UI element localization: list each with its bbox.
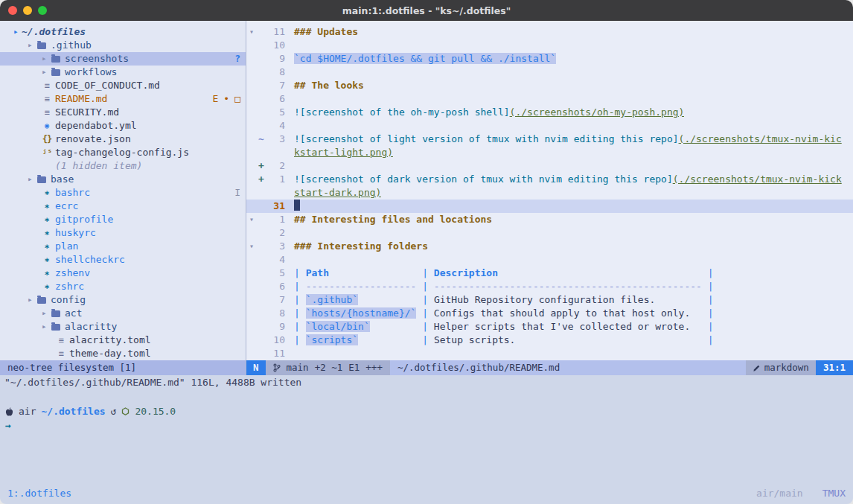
diagnostics: E1 bbox=[348, 361, 360, 374]
tree-item[interactable]: ∗zshrc bbox=[0, 280, 246, 293]
tree-item[interactable]: ≡SECURITY.md bbox=[0, 106, 246, 119]
editor-line[interactable]: +1![screenshot of dark version of tmux w… bbox=[246, 173, 853, 186]
line-number: 10 bbox=[266, 334, 285, 347]
status-badge: I bbox=[234, 186, 240, 200]
tree-item[interactable]: ∗zshenv bbox=[0, 267, 246, 280]
shell-area[interactable]: air ~/.dotfiles ↺ 20.15.0 → bbox=[0, 390, 853, 483]
editor-line[interactable]: 4 bbox=[246, 253, 853, 267]
editor-line[interactable]: 11 bbox=[246, 347, 853, 360]
tree-item[interactable]: ▸.github bbox=[0, 39, 246, 52]
tree-item[interactable]: ▸workflows bbox=[0, 66, 246, 79]
tmux-window[interactable]: 1:.dotfiles bbox=[7, 487, 71, 500]
zoom-button[interactable] bbox=[38, 6, 47, 15]
editor-line[interactable]: start-dark.png) bbox=[246, 186, 853, 200]
editor-line[interactable]: 7| `.github` | GitHub Repository configu… bbox=[246, 293, 853, 307]
line-text: `cd $HOME/.dotfiles && git pull && ./ins… bbox=[285, 52, 556, 66]
text-segment: ## Interesting files and locations bbox=[294, 214, 492, 225]
folder-icon bbox=[51, 310, 60, 317]
text-segment: | bbox=[416, 307, 433, 319]
sh-file-icon: ∗ bbox=[42, 226, 52, 240]
editor-lines: ▾ 11### Updates 10 9`cd $HOME/.dotfiles … bbox=[246, 21, 853, 360]
line-number: 5 bbox=[266, 267, 285, 280]
editor-line[interactable]: 9`cd $HOME/.dotfiles && git pull && ./in… bbox=[246, 52, 853, 66]
shell-input-line[interactable]: → bbox=[5, 419, 848, 433]
close-button[interactable] bbox=[8, 6, 17, 15]
line-number: 2 bbox=[266, 159, 285, 173]
fold-icon bbox=[246, 133, 257, 146]
editor-line[interactable]: 5| Path | Description | bbox=[246, 267, 853, 280]
tree-item[interactable]: ≡theme-day.toml bbox=[0, 347, 246, 360]
tree-item[interactable]: ▸config bbox=[0, 293, 246, 307]
tree-item-label: plan bbox=[55, 240, 78, 253]
tree-item[interactable]: ▸act bbox=[0, 307, 246, 320]
status-badge: ? bbox=[234, 52, 240, 66]
editor-line[interactable]: 4 bbox=[246, 119, 853, 133]
text-segment bbox=[690, 307, 702, 319]
tree-item[interactable]: {}renovate.json bbox=[0, 133, 246, 146]
expander-icon: ▸ bbox=[28, 173, 36, 186]
tree-item[interactable]: ▸alacritty bbox=[0, 320, 246, 334]
tree-item[interactable]: ≡alacritty.toml bbox=[0, 334, 246, 347]
git-sign bbox=[257, 200, 266, 213]
editor-line[interactable]: 5![screenshot of the oh-my-posh shell](.… bbox=[246, 106, 853, 119]
tree-item[interactable]: ∗gitprofile bbox=[0, 213, 246, 226]
text-segment: | bbox=[294, 281, 306, 292]
editor-line[interactable]: 9| `local/bin` | Helper scripts that I'v… bbox=[246, 320, 853, 334]
editor-line[interactable]: 10 bbox=[246, 39, 853, 52]
tree-item[interactable]: ∗huskyrc bbox=[0, 226, 246, 240]
expander-icon: ▸ bbox=[42, 320, 50, 334]
tree-item[interactable]: ∗shellcheckrc bbox=[0, 253, 246, 267]
editor-line[interactable]: 2 bbox=[246, 226, 853, 240]
file-path: ~/.dotfiles/.github/README.md bbox=[390, 360, 746, 375]
text-segment: kstart-light.png) bbox=[294, 147, 393, 158]
editor-line[interactable]: 7## The looks bbox=[246, 79, 853, 92]
tree-item[interactable]: ≡README.mdE•□ bbox=[0, 92, 246, 106]
text-segment: | bbox=[702, 321, 714, 332]
git-sign bbox=[257, 240, 266, 253]
line-number: 9 bbox=[266, 320, 285, 334]
tmux-statusbar-right: air/main TMUX bbox=[756, 487, 846, 500]
minimize-button[interactable] bbox=[23, 6, 32, 15]
terminal-content: ▸~/.dotfiles▸.github▸screenshots?▸workfl… bbox=[0, 21, 853, 504]
editor-line[interactable]: 10| `scripts` | Setup scripts. | bbox=[246, 334, 853, 347]
tree-item[interactable]: ▸base bbox=[0, 173, 246, 186]
line-number: 1 bbox=[266, 213, 285, 226]
tree-item[interactable]: ≡CODE_OF_CONDUCT.md bbox=[0, 79, 246, 92]
tree-item-label: bashrc bbox=[55, 186, 90, 200]
editor-line[interactable]: 8| `hosts/{hostname}/` | Configs that sh… bbox=[246, 307, 853, 320]
tree-item-label: ecrc bbox=[55, 200, 78, 213]
line-text: | Path | Description | bbox=[285, 267, 714, 280]
tree-item[interactable]: ▸screenshots? bbox=[0, 52, 246, 66]
tree-item-label: renovate.json bbox=[55, 133, 131, 146]
editor-line[interactable]: kstart-light.png) bbox=[246, 146, 853, 159]
editor-line[interactable]: 6| ------------------- | ---------------… bbox=[246, 280, 853, 293]
sh-file-icon: ∗ bbox=[42, 200, 52, 213]
text-segment: ![screenshot of light version of tmux wi… bbox=[294, 133, 679, 144]
editor-line[interactable]: ~3![screenshot of light version of tmux … bbox=[246, 133, 853, 146]
fold-icon bbox=[246, 347, 257, 360]
editor-line[interactable]: ▾ 3### Interesting folders bbox=[246, 240, 853, 253]
tree-item[interactable]: ▸~/.dotfiles bbox=[0, 25, 246, 39]
editor-line[interactable]: ▾ 1## Interesting files and locations bbox=[246, 213, 853, 226]
fold-icon bbox=[246, 92, 257, 106]
tmux-pane-row: ▸~/.dotfiles▸.github▸screenshots?▸workfl… bbox=[0, 21, 853, 375]
line-text: | ------------------- | ----------------… bbox=[285, 280, 714, 293]
editor-line[interactable]: 6 bbox=[246, 92, 853, 106]
tree-item[interactable]: ∗bashrcI bbox=[0, 186, 246, 200]
editor-line[interactable]: ▾ 11### Updates bbox=[246, 25, 853, 39]
git-sign: + bbox=[257, 159, 266, 173]
tree-item[interactable]: ◉dependabot.yml bbox=[0, 119, 246, 133]
tree-item[interactable]: (1 hidden item) bbox=[0, 159, 246, 173]
tree-item[interactable]: ∗plan bbox=[0, 240, 246, 253]
tree-item-label: dependabot.yml bbox=[55, 119, 137, 133]
text-segment: Helper scripts that I've collected or wr… bbox=[434, 321, 690, 332]
editor-pane[interactable]: ▾ 11### Updates 10 9`cd $HOME/.dotfiles … bbox=[246, 21, 853, 375]
status-badge: • bbox=[223, 92, 229, 106]
tree-item-label: act bbox=[65, 307, 82, 320]
editor-line[interactable]: +2 bbox=[246, 159, 853, 173]
tree-item[interactable]: ∗ecrc bbox=[0, 200, 246, 213]
editor-line[interactable]: 8 bbox=[246, 66, 853, 79]
tree-item[interactable]: ʲˢtag-changelog-config.js bbox=[0, 146, 246, 159]
tree-item-label: README.md bbox=[55, 92, 107, 106]
editor-line[interactable]: 31 bbox=[246, 200, 853, 213]
